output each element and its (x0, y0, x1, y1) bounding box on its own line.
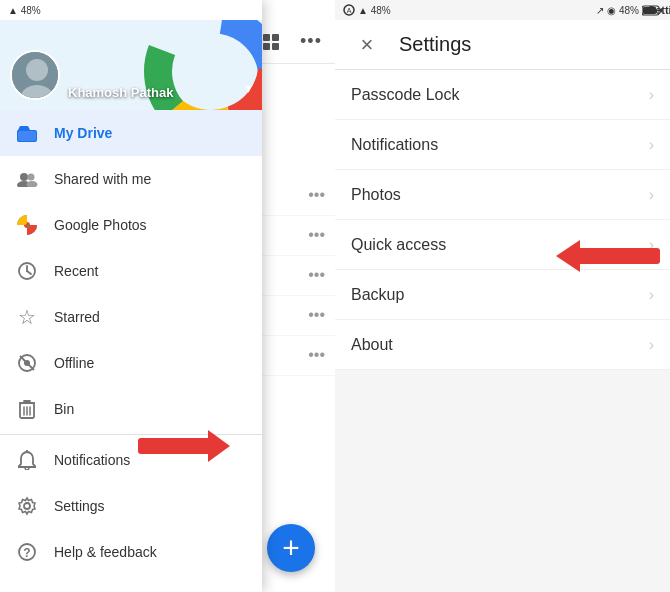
nav-item-starred[interactable]: ☆ Starred (0, 294, 262, 340)
item-options-1[interactable]: ••• (308, 186, 325, 204)
settings-nav-icon (14, 496, 40, 516)
nav-item-my-drive[interactable]: My Drive (0, 110, 262, 156)
fab-add-button[interactable]: + (267, 524, 315, 572)
help-feedback-label: Help & feedback (54, 544, 157, 560)
avatar (10, 50, 60, 100)
time-display: Settings (648, 4, 670, 16)
offline-icon (14, 353, 40, 373)
profile-name: Khamosh Pathak (68, 85, 173, 100)
notifications-nav-label: Notifications (54, 452, 130, 468)
quick-access-label: Quick access (351, 236, 446, 254)
chevron-right-icon: › (649, 336, 654, 354)
settings-item-backup[interactable]: Backup › (335, 270, 670, 320)
svg-point-27 (24, 503, 30, 509)
google-photos-icon (14, 215, 40, 235)
chevron-right-icon: › (649, 286, 654, 304)
item-options-2[interactable]: ••• (308, 226, 325, 244)
shared-with-me-icon (14, 171, 40, 187)
svg-point-6 (26, 59, 48, 81)
nav-item-google-photos[interactable]: Google Photos (0, 202, 262, 248)
svg-point-10 (20, 173, 28, 181)
bin-label: Bin (54, 401, 74, 417)
my-drive-icon (14, 124, 40, 142)
backup-label: Backup (351, 286, 404, 304)
nav-item-settings[interactable]: Settings (0, 483, 262, 529)
about-label: About (351, 336, 393, 354)
settings-header: × Settings (335, 20, 670, 70)
my-drive-label: My Drive (54, 125, 112, 141)
starred-icon: ☆ (14, 305, 40, 329)
settings-nav-label: Settings (54, 498, 105, 514)
starred-label: Starred (54, 309, 100, 325)
close-button[interactable]: × (351, 29, 383, 61)
settings-item-about[interactable]: About › (335, 320, 670, 370)
signal-icons: ▲ 48% (8, 5, 41, 16)
profile-chevron-icon[interactable]: ▾ (245, 80, 252, 96)
backup-arrow (556, 240, 660, 272)
passcode-lock-label: Passcode Lock (351, 86, 460, 104)
nav-item-shared-with-me[interactable]: Shared with me (0, 156, 262, 202)
settings-arrow (138, 430, 230, 462)
chevron-right-icon: › (649, 186, 654, 204)
settings-title: Settings (399, 33, 471, 56)
recent-label: Recent (54, 263, 98, 279)
item-options-4[interactable]: ••• (308, 306, 325, 324)
nav-item-help-feedback[interactable]: ? Help & feedback (0, 529, 262, 575)
shared-with-me-label: Shared with me (54, 171, 151, 187)
chevron-right-icon: › (649, 86, 654, 104)
nav-item-storage[interactable]: Storage (0, 575, 262, 590)
svg-line-17 (27, 271, 31, 274)
notifications-nav-icon (14, 450, 40, 470)
item-options-3[interactable]: ••• (308, 266, 325, 284)
item-options-5[interactable]: ••• (308, 346, 325, 364)
nav-item-recent[interactable]: Recent (0, 248, 262, 294)
recent-icon (14, 261, 40, 281)
svg-text:?: ? (23, 546, 30, 560)
settings-item-passcode-lock[interactable]: Passcode Lock › (335, 70, 670, 120)
settings-item-notifications[interactable]: Notifications › (335, 120, 670, 170)
right-status-bar: A ▲ 48% Settings ↗ ◉ 48% (335, 0, 670, 20)
settings-list: Passcode Lock › Notifications › Photos ›… (335, 70, 670, 370)
notifications-label: Notifications (351, 136, 438, 154)
chevron-right-icon: › (649, 136, 654, 154)
left-status-bar: ▲ 48% (0, 0, 262, 20)
svg-point-20 (24, 360, 30, 366)
google-photos-label: Google Photos (54, 217, 147, 233)
left-drawer: ▲ 48% Khamosh Pathak ▾ (0, 0, 262, 592)
offline-label: Offline (54, 355, 94, 371)
bin-icon (14, 399, 40, 419)
svg-rect-9 (18, 131, 36, 141)
settings-item-photos[interactable]: Photos › (335, 170, 670, 220)
help-icon: ? (14, 542, 40, 562)
svg-point-11 (28, 174, 35, 181)
photos-label: Photos (351, 186, 401, 204)
nav-item-offline[interactable]: Offline (0, 340, 262, 386)
nav-item-bin[interactable]: Bin (0, 386, 262, 432)
more-options-button[interactable]: ••• (295, 26, 327, 58)
profile-header[interactable]: Khamosh Pathak ▾ (0, 20, 262, 110)
nav-list: My Drive Shared with me (0, 110, 262, 590)
svg-text:A: A (347, 7, 352, 14)
app-store-icon: A ▲ 48% (343, 4, 391, 16)
